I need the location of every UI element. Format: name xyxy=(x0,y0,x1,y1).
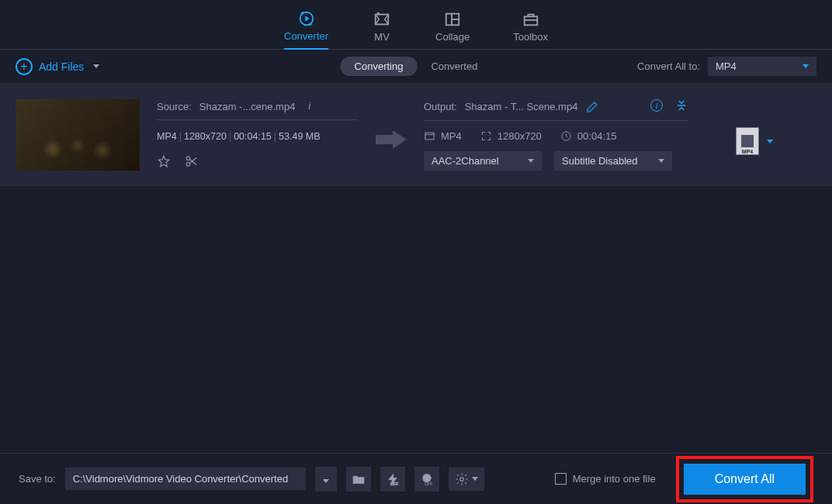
info-circle-icon[interactable]: i xyxy=(650,99,663,112)
high-speed-button[interactable]: OFF xyxy=(414,467,439,492)
tab-collage[interactable]: Collage xyxy=(435,11,470,49)
settings-button[interactable] xyxy=(449,468,484,491)
svg-rect-2 xyxy=(376,15,389,25)
source-column: Source: Shazam -...cene.mp4 i MP4|1280x7… xyxy=(157,99,359,168)
source-meta: MP4|1280x720|00:04:15|53.49 MB xyxy=(157,131,359,142)
chevron-down-icon xyxy=(472,477,478,481)
source-duration: 00:04:15 xyxy=(234,131,272,142)
svg-marker-10 xyxy=(158,156,169,167)
svg-point-23 xyxy=(459,477,463,481)
chevron-down-icon xyxy=(323,479,329,483)
main-tabs: Converter MV Collage Toolbox xyxy=(0,0,832,50)
gear-icon xyxy=(455,472,469,486)
tab-converter[interactable]: Converter xyxy=(284,10,328,50)
add-files-button[interactable]: + Add Files xyxy=(16,58,99,75)
open-folder-button[interactable] xyxy=(346,467,371,492)
source-size: 53.49 MB xyxy=(279,131,321,142)
toolbar: + Add Files Converting Converted Convert… xyxy=(0,50,832,84)
scissors-icon[interactable] xyxy=(185,154,199,168)
mv-icon xyxy=(372,11,392,28)
svg-point-21 xyxy=(422,474,431,482)
svg-point-3 xyxy=(377,12,380,16)
info-icon[interactable]: i xyxy=(303,99,317,113)
chevron-down-icon[interactable] xyxy=(93,64,99,68)
tab-label: Toolbox xyxy=(513,31,548,43)
star-icon[interactable] xyxy=(157,154,171,168)
convert-all-to-value: MP4 xyxy=(716,60,737,72)
svg-text:OFF: OFF xyxy=(390,482,399,486)
segment-converting[interactable]: Converting xyxy=(341,57,418,76)
chevron-down-icon xyxy=(803,64,809,68)
output-format: MP4 xyxy=(424,130,462,142)
merge-label: Merge into one file xyxy=(573,473,656,485)
collage-icon xyxy=(442,11,463,28)
source-resolution: 1280x720 xyxy=(184,131,227,142)
format-tile-icon: MP4 xyxy=(736,127,759,155)
output-format-button[interactable]: MP4 xyxy=(736,127,773,155)
saveto-label: Save to: xyxy=(19,473,56,485)
chevron-down-icon xyxy=(767,140,773,143)
tab-toolbox[interactable]: Toolbox xyxy=(513,11,548,49)
video-thumbnail[interactable] xyxy=(16,99,140,171)
file-item: Source: Shazam -...cene.mp4 i MP4|1280x7… xyxy=(0,84,832,186)
output-resolution: 1280x720 xyxy=(480,130,542,142)
svg-rect-7 xyxy=(524,16,537,25)
output-label: Output: xyxy=(424,101,457,112)
segment-converted[interactable]: Converted xyxy=(417,57,491,76)
tab-label: Collage xyxy=(435,31,470,43)
source-label: Source: xyxy=(157,101,192,112)
convert-all-to-select[interactable]: MP4 xyxy=(708,57,816,76)
svg-rect-16 xyxy=(425,133,434,140)
hardware-accel-button[interactable]: OFF xyxy=(380,467,405,492)
svg-text:i: i xyxy=(309,101,311,112)
checkbox-icon xyxy=(555,473,567,485)
source-format: MP4 xyxy=(157,131,177,142)
output-column: Output: Shazam - T... Scene.mp4 i MP4 12… xyxy=(424,99,688,171)
svg-marker-1 xyxy=(305,16,310,21)
bottom-bar: Save to: C:\Vidmore\Vidmore Video Conver… xyxy=(0,453,832,504)
convert-all-to-label: Convert All to: xyxy=(637,60,700,72)
source-filename: Shazam -...cene.mp4 xyxy=(199,101,296,112)
edit-icon[interactable] xyxy=(585,100,599,114)
status-segmented: Converting Converted xyxy=(341,57,492,76)
output-filename: Shazam - T... Scene.mp4 xyxy=(465,101,578,112)
tab-mv[interactable]: MV xyxy=(372,11,392,49)
merge-checkbox[interactable]: Merge into one file xyxy=(555,473,656,485)
convert-all-button[interactable]: Convert All xyxy=(684,464,806,495)
convert-all-to: Convert All to: MP4 xyxy=(637,57,816,76)
arrow-icon xyxy=(376,129,407,154)
output-duration: 00:04:15 xyxy=(560,130,617,142)
plus-icon: + xyxy=(16,58,33,75)
svg-text:OFF: OFF xyxy=(425,482,433,486)
subtitle-select[interactable]: Subtitle Disabled xyxy=(554,151,672,171)
toolbox-icon xyxy=(521,11,541,28)
audio-select[interactable]: AAC-2Channel xyxy=(424,151,542,171)
converter-icon xyxy=(296,10,317,27)
chevron-down-icon xyxy=(658,159,664,163)
compress-icon[interactable] xyxy=(675,99,688,114)
chevron-down-icon xyxy=(528,159,534,163)
tab-label: MV xyxy=(374,31,390,43)
convert-all-highlight: Convert All xyxy=(676,456,813,502)
save-path-input[interactable]: C:\Vidmore\Vidmore Video Converter\Conve… xyxy=(65,468,306,490)
add-files-label: Add Files xyxy=(39,60,84,73)
tab-label: Converter xyxy=(284,30,328,42)
svg-marker-15 xyxy=(376,130,407,149)
save-path-dropdown[interactable] xyxy=(315,467,337,492)
